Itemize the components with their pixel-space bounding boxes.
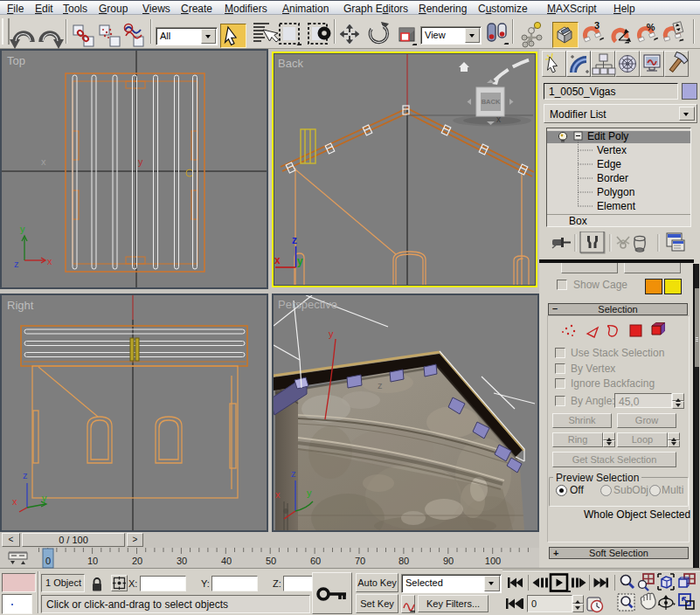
svg-text:x: x — [41, 156, 46, 167]
svg-text:x: x — [275, 489, 281, 500]
svg-text:Back: Back — [278, 57, 303, 70]
svg-text:x: x — [496, 114, 501, 124]
svg-text:z: z — [14, 259, 19, 269]
svg-text:x: x — [12, 496, 17, 507]
svg-text:y: y — [42, 493, 47, 503]
svg-text:x: x — [274, 254, 281, 266]
svg-text:%: % — [647, 22, 655, 32]
svg-text:x: x — [47, 256, 52, 266]
svg-text:y: y — [20, 224, 25, 234]
svg-text:z: z — [23, 470, 28, 480]
svg-text:Right: Right — [7, 299, 34, 312]
svg-text:BACK: BACK — [482, 98, 501, 106]
svg-text:z: z — [378, 380, 383, 390]
svg-text:z: z — [292, 234, 297, 246]
svg-text:3: 3 — [594, 20, 600, 31]
svg-text:y: y — [307, 487, 312, 498]
svg-text:Top: Top — [7, 54, 25, 67]
svg-text:Perspective: Perspective — [278, 298, 337, 311]
svg-text:y: y — [297, 255, 303, 267]
svg-text:z: z — [291, 468, 296, 479]
svg-text:y: y — [138, 156, 143, 167]
svg-text:y: y — [329, 328, 334, 339]
